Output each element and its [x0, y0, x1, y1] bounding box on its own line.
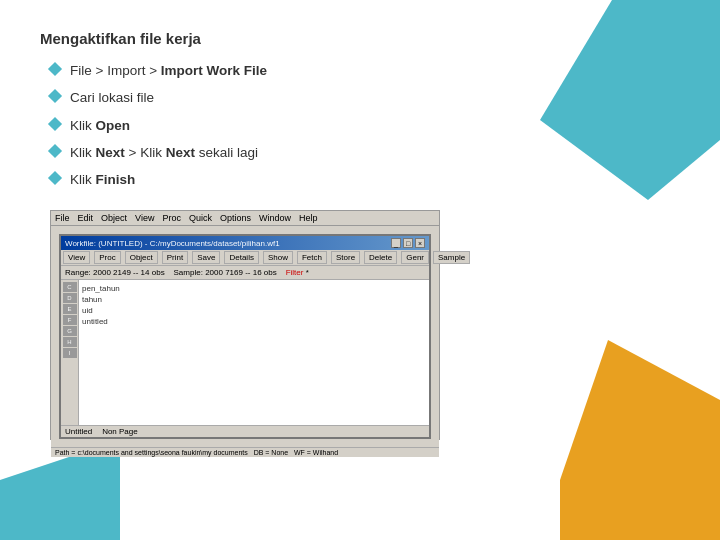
menu-options[interactable]: Options	[220, 213, 251, 223]
data-row-pen: pen_tahun	[82, 283, 426, 294]
menu-file[interactable]: File	[55, 213, 70, 223]
main-content-area: Mengaktifkan file kerja File > Import > …	[0, 0, 720, 470]
window-title-text: Workfile: (UNTITLED) - C:/myDocuments/da…	[65, 239, 280, 248]
inner-window: Workfile: (UNTITLED) - C:/myDocuments/da…	[59, 234, 431, 439]
diamond-icon	[48, 62, 62, 76]
instruction-list: File > Import > Import Work File Cari lo…	[50, 61, 680, 190]
range-value: 2000 2149 -- 14 obs	[93, 268, 165, 277]
toolbar-object[interactable]: Object	[125, 251, 158, 264]
bullet-text: Klik Open	[70, 116, 130, 136]
app-workspace: Workfile: (UNTITLED) - C:/myDocuments/da…	[51, 226, 439, 447]
toolbar-print[interactable]: Print	[162, 251, 188, 264]
toolbar-view[interactable]: View	[63, 251, 90, 264]
sidebar-h[interactable]: H	[63, 337, 77, 347]
menu-object[interactable]: Object	[101, 213, 127, 223]
data-row-tahun: tahun	[82, 294, 426, 305]
toolbar-fetch[interactable]: Fetch	[297, 251, 327, 264]
window-titlebar: Workfile: (UNTITLED) - C:/myDocuments/da…	[61, 236, 429, 250]
sidebar-f[interactable]: F	[63, 315, 77, 325]
sidebar-g[interactable]: G	[63, 326, 77, 336]
menu-window[interactable]: Window	[259, 213, 291, 223]
toolbar-genr[interactable]: Genr	[401, 251, 429, 264]
filter-value: *	[306, 268, 309, 277]
toolbar-proc[interactable]: Proc	[94, 251, 120, 264]
window-controls: _ □ ×	[391, 238, 425, 248]
close-button[interactable]: ×	[415, 238, 425, 248]
sample-value: 2000 7169 -- 16 obs	[205, 268, 277, 277]
menu-edit[interactable]: Edit	[78, 213, 94, 223]
menu-help[interactable]: Help	[299, 213, 318, 223]
toolbar: View Proc Object Print Save Details Show…	[61, 250, 429, 266]
status-untitled: Untitled	[65, 427, 92, 436]
list-item: Klik Finish	[50, 170, 680, 190]
toolbar-details[interactable]: Details	[224, 251, 258, 264]
data-display: pen_tahun tahun uid untitled	[79, 280, 429, 425]
bullet-text: Klik Finish	[70, 170, 135, 190]
toolbar-delete[interactable]: Delete	[364, 251, 397, 264]
data-row-untitled: untitled	[82, 316, 426, 327]
diamond-icon	[48, 144, 62, 158]
toolbar-store[interactable]: Store	[331, 251, 360, 264]
page-title: Mengaktifkan file kerja	[40, 30, 680, 47]
app-screenshot: File Edit Object View Proc Quick Options…	[50, 210, 440, 440]
data-row-uid: uid	[82, 305, 426, 316]
window-content-area: C D E F G H I pen_tahun tahun uid untitl…	[61, 280, 429, 425]
toolbar-show[interactable]: Show	[263, 251, 293, 264]
menu-proc[interactable]: Proc	[162, 213, 181, 223]
list-item: File > Import > Import Work File	[50, 61, 680, 81]
range-info: Range: 2000 2149 -- 14 obs Sample: 2000 …	[61, 266, 429, 280]
app-menu-bar: File Edit Object View Proc Quick Options…	[51, 211, 439, 226]
minimize-button[interactable]: _	[391, 238, 401, 248]
sample-label: Sample:	[174, 268, 203, 277]
toolbar-sample[interactable]: Sample	[433, 251, 470, 264]
range-label: Range:	[65, 268, 91, 277]
sidebar-c[interactable]: C	[63, 282, 77, 292]
list-item: Cari lokasi file	[50, 88, 680, 108]
status-bar: Untitled Non Page	[61, 425, 429, 437]
menu-quick[interactable]: Quick	[189, 213, 212, 223]
menu-view[interactable]: View	[135, 213, 154, 223]
list-item: Klik Open	[50, 116, 680, 136]
maximize-button[interactable]: □	[403, 238, 413, 248]
list-item: Klik Next > Klik Next sekali lagi	[50, 143, 680, 163]
diamond-icon	[48, 171, 62, 185]
bullet-text: Cari lokasi file	[70, 88, 154, 108]
toolbar-save[interactable]: Save	[192, 251, 220, 264]
sidebar-i[interactable]: I	[63, 348, 77, 358]
sidebar-d[interactable]: D	[63, 293, 77, 303]
left-sidebar: C D E F G H I	[61, 280, 79, 425]
sidebar-e[interactable]: E	[63, 304, 77, 314]
bullet-text: File > Import > Import Work File	[70, 61, 267, 81]
bullet-text: Klik Next > Klik Next sekali lagi	[70, 143, 258, 163]
diamond-icon	[48, 89, 62, 103]
diamond-icon	[48, 116, 62, 130]
filter-label: Filter	[286, 268, 304, 277]
status-nonpage: Non Page	[102, 427, 138, 436]
path-bar: Path = c:\documents and settings\seona f…	[51, 447, 439, 457]
